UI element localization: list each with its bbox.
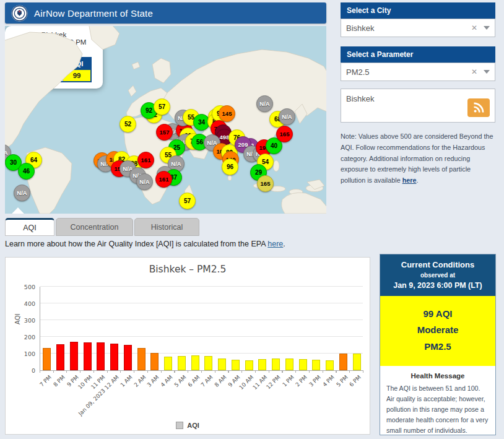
tab-historical-label: Historical [151, 223, 183, 232]
aqi-bar[interactable] [70, 342, 78, 370]
aqi-bar[interactable] [191, 355, 199, 370]
map-marker[interactable]: 161 [155, 171, 172, 188]
current-conditions-panel: Current Conditions observed at Jan 9, 20… [380, 254, 496, 435]
gridline [40, 319, 363, 320]
note-text: Note: Values above 500 are considered Be… [341, 131, 497, 186]
parameter-select[interactable]: PM2.5 ✕ [341, 63, 495, 81]
aqi-bar[interactable] [285, 359, 293, 370]
current-conditions-title: Current Conditions [384, 260, 492, 269]
tab-aqi-label: AQI [23, 224, 37, 232]
y-tick-label: 0 [11, 367, 35, 374]
map-marker[interactable]: 46 [18, 163, 35, 180]
parameter-select-value: PM2.5 [346, 67, 471, 77]
gridline [40, 303, 363, 303]
rss-city-label: Bishkek [346, 94, 375, 103]
health-message-block: Health Message The AQI is between 51 and… [380, 366, 495, 435]
tab-concentration[interactable]: Concentration [56, 218, 133, 236]
y-tick-label: 500 [11, 284, 35, 290]
aqi-bar[interactable] [218, 359, 226, 370]
aqi-bar[interactable] [43, 348, 51, 370]
y-tick-label: 400 [11, 300, 35, 307]
y-tick-label: 100 [11, 350, 35, 357]
aqi-bar[interactable] [272, 359, 280, 370]
note-suffix: . [416, 176, 418, 184]
legend-swatch [176, 422, 183, 429]
aqi-bar[interactable] [97, 342, 105, 370]
map-marker[interactable]: 161 [137, 152, 154, 168]
health-message-title: Health Message [386, 372, 489, 380]
map-marker[interactable]: N/A [279, 108, 295, 125]
map-marker[interactable]: N/A [136, 173, 153, 190]
marker-layer: N/A306446N/A52529257N/A15717266N/A755625… [5, 26, 326, 214]
map-marker[interactable]: 157 [156, 124, 173, 141]
observed-at-label: observed at [384, 272, 492, 279]
app-title: AirNow Department of State [34, 8, 153, 19]
gridline [40, 286, 363, 287]
observed-datetime: Jan 9, 2023 6:00 PM (LT) [384, 281, 492, 290]
select-parameter-header: Select a Parameter [341, 46, 495, 63]
aqi-bar-chart: Bishkek – PM2.5 AQI 0100200300400500 7 P… [5, 257, 370, 435]
note-here-link[interactable]: here [402, 176, 417, 184]
city-select[interactable]: Bishkek ✕ [341, 19, 495, 37]
department-of-state-seal-icon [11, 5, 28, 22]
aqi-bar[interactable] [204, 356, 212, 370]
chart-title: Bishkek – PM2.5 [6, 264, 370, 275]
aqi-bar[interactable] [110, 344, 118, 370]
world-map[interactable]: N/A306446N/A52529257N/A15717266N/A755625… [5, 26, 326, 214]
aqi-bar[interactable] [124, 345, 132, 370]
health-message-body: The AQI is between 51 and 100. Air quali… [386, 383, 489, 435]
rss-icon[interactable] [467, 98, 490, 117]
select-city-header: Select a City [341, 2, 495, 19]
learn-more-here-link[interactable]: here [267, 240, 283, 248]
aqi-bar[interactable] [56, 344, 64, 370]
parameter-clear-icon[interactable]: ✕ [471, 67, 477, 76]
chart-plot [40, 287, 363, 370]
aqi-category-line: Moderate [384, 322, 492, 338]
learn-more-suffix: . [283, 240, 285, 248]
city-clear-icon[interactable]: ✕ [471, 24, 477, 32]
rss-box: Bishkek [341, 89, 495, 123]
aqi-bar[interactable] [299, 359, 307, 370]
current-conditions-header: Current Conditions observed at Jan 9, 20… [380, 254, 495, 296]
aqi-summary-block: 99 AQI Moderate PM2.5 [380, 296, 495, 366]
y-tick-label: 300 [11, 317, 35, 324]
aqi-bar[interactable] [178, 356, 186, 370]
app-header: AirNow Department of State [5, 2, 326, 24]
aqi-bar[interactable] [258, 359, 266, 370]
tab-aqi[interactable]: AQI [5, 218, 54, 236]
chart-x-ticks [40, 370, 363, 373]
city-caret-icon[interactable] [484, 26, 490, 30]
map-marker[interactable]: N/A [14, 185, 30, 201]
map-marker[interactable]: 52 [119, 116, 136, 133]
map-marker[interactable]: N/A [256, 95, 273, 112]
learn-more-prefix: Learn more about how the Air Quality Ind… [5, 240, 267, 248]
y-tick-label: 200 [11, 334, 35, 341]
aqi-bar[interactable] [232, 360, 240, 370]
map-marker[interactable]: 57 [154, 98, 170, 115]
map-marker[interactable]: 165 [276, 126, 293, 142]
aqi-bar[interactable] [137, 348, 146, 370]
aqi-pollutant-line: PM2.5 [384, 339, 492, 355]
aqi-bar[interactable] [84, 342, 92, 370]
aqi-bar[interactable] [353, 354, 361, 370]
map-marker[interactable]: 57 [179, 193, 196, 209]
gridline [40, 336, 363, 337]
tab-historical[interactable]: Historical [134, 218, 199, 236]
map-marker[interactable]: 96 [222, 159, 238, 175]
city-select-value: Bishkek [346, 24, 471, 33]
learn-more-text: Learn more about how the Air Quality Ind… [5, 240, 285, 248]
aqi-bar[interactable] [312, 360, 320, 370]
tab-concentration-label: Concentration [71, 223, 119, 232]
aqi-bar[interactable] [326, 360, 334, 370]
legend-label: AQI [187, 422, 199, 429]
aqi-bar[interactable] [245, 360, 253, 370]
aqi-value-line: 99 AQI [384, 306, 492, 322]
aqi-bar[interactable] [339, 354, 347, 370]
aqi-bar[interactable] [150, 353, 159, 370]
chart-legend: AQI [6, 422, 370, 429]
aqi-bar[interactable] [164, 357, 172, 370]
parameter-caret-icon[interactable] [484, 70, 490, 74]
map-marker[interactable]: 165 [257, 175, 274, 192]
map-marker[interactable]: 145 [219, 105, 235, 122]
